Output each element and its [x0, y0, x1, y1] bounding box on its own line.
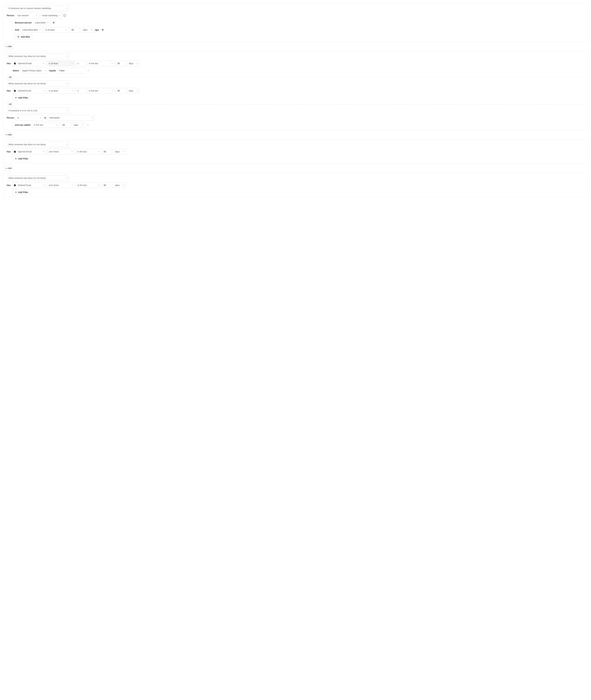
and-separator-button[interactable]: + AND [4, 166, 14, 171]
remove-icon[interactable]: ✕ [51, 21, 56, 24]
where-value-input[interactable]: False [58, 68, 85, 73]
svg-marker-1 [15, 97, 17, 99]
add-filter-button[interactable]: Add filter [15, 34, 32, 40]
or-button[interactable]: OR [7, 75, 14, 79]
channel-select[interactable]: email marketing [40, 13, 62, 18]
reason-text: subscribed [35, 21, 46, 24]
and-label: AND [7, 134, 12, 136]
unit-select[interactable]: days [127, 61, 140, 66]
and-connector [3, 49, 588, 51]
flag-icon [14, 184, 16, 186]
plus-icon: + [5, 167, 7, 170]
flag-icon [14, 90, 16, 92]
where-prop-select[interactable]: Apple Privacy Open [20, 68, 48, 73]
condition-type-text: If someone can or cannot receive marketi… [8, 7, 65, 9]
svg-marker-3 [15, 192, 17, 193]
unit-select[interactable]: days [127, 88, 140, 93]
range-text: in the last [77, 184, 96, 187]
is-select[interactable]: is [16, 115, 43, 121]
remove-icon[interactable]: ✕ [86, 124, 90, 126]
list-select[interactable]: Newsletter [48, 115, 95, 121]
operator-select[interactable]: is at least [44, 27, 69, 33]
count-op-select[interactable]: zero times [47, 149, 74, 154]
remove-icon[interactable]: ✕ [86, 69, 90, 72]
info-icon[interactable]: i [63, 14, 66, 17]
condition-type-select[interactable]: If someone can or cannot receive marketi… [7, 5, 69, 11]
unit-text: days [115, 150, 121, 153]
condition-type-select[interactable]: What someone has done (or not done) [7, 142, 69, 147]
count-op-select[interactable]: is at least [47, 88, 74, 93]
range-select[interactable]: in the last [76, 182, 101, 188]
or-label: OR [9, 103, 12, 106]
chevron-down-icon [39, 29, 41, 30]
range-select[interactable]: in the last [87, 88, 115, 93]
range-num-input[interactable]: 90 [116, 61, 126, 66]
equals-label: equals [49, 69, 56, 72]
chevron-down-icon [36, 15, 37, 16]
remove-icon[interactable]: ✕ [101, 28, 105, 31]
unit-select[interactable]: days [113, 182, 126, 188]
chevron-down-icon [137, 63, 138, 64]
number-input[interactable]: 60 [70, 27, 80, 33]
condition-type-select[interactable]: What someone has done (or not done) [7, 175, 69, 181]
condition-type-select[interactable]: What someone has done (or not done) [7, 53, 69, 59]
count-op-select[interactable]: is at least [47, 61, 74, 66]
add-filter-label: Add filter [21, 36, 30, 38]
condition-type-text: What someone has done (or not done) [8, 177, 65, 179]
range-text: in the last [89, 89, 110, 92]
condition-group-1: If someone can or cannot receive marketi… [3, 3, 588, 42]
metric-select[interactable]: Opened Email [12, 149, 46, 154]
condition-type-select[interactable]: If someone is in or not in a list [7, 108, 69, 113]
unit-text: days [74, 124, 80, 126]
add-filter-button[interactable]: Add Filter [13, 156, 30, 161]
metric-text: Clicked Email [18, 89, 42, 92]
unit-select[interactable]: days [81, 27, 94, 33]
add-filter-button[interactable]: Add Filter [13, 95, 30, 101]
count-op-text: zero times [49, 184, 70, 187]
chevron-down-icon [91, 29, 92, 30]
add-filter-button[interactable]: Add Filter [13, 190, 30, 195]
metric-select[interactable]: Opened Email [12, 61, 46, 66]
and-separator-button[interactable]: + AND [4, 132, 14, 137]
ago-label: ago [95, 28, 99, 31]
range-num-value: 60 [104, 150, 106, 153]
unit-select[interactable]: days [113, 149, 126, 154]
range-num-input[interactable]: 60 [102, 149, 112, 154]
range-select[interactable]: in the last [76, 149, 101, 154]
and-separator-button[interactable]: + AND [4, 44, 14, 49]
add-filter-label: Add Filter [18, 97, 28, 99]
chevron-down-icon [123, 185, 124, 186]
has-label: Has [7, 89, 11, 92]
metric-select[interactable]: Clicked Email [12, 182, 46, 188]
unit-select[interactable]: days [72, 122, 84, 128]
metric-select[interactable]: Clicked Email [12, 88, 46, 93]
range-num-input[interactable]: 60 [102, 182, 112, 188]
has-label: Has [7, 184, 11, 187]
or-button[interactable]: OR [7, 102, 14, 107]
can-receive-select[interactable]: can receive [16, 13, 39, 18]
chevron-down-icon [92, 117, 93, 118]
range-select[interactable]: in the last [32, 122, 59, 128]
count-op-select[interactable]: zero times [47, 182, 74, 188]
condition-type-text: If someone is in or not in a list [8, 109, 65, 112]
count-input[interactable]: 1 [76, 88, 86, 93]
metric-text: Opened Email [18, 150, 42, 153]
count-input[interactable]: 1 [76, 61, 86, 66]
where-label: where [13, 69, 19, 72]
chevron-down-icon [43, 151, 44, 152]
condition-type-select[interactable]: What someone has done (or not done) [7, 81, 69, 86]
range-select[interactable]: in the last [87, 61, 115, 66]
range-num-input[interactable]: 90 [116, 88, 126, 93]
svg-marker-2 [15, 158, 17, 160]
chevron-down-icon [59, 15, 60, 16]
chevron-down-icon [72, 63, 73, 64]
condition-type-text: What someone has done (or not done) [8, 55, 65, 58]
and-connector [3, 130, 588, 132]
range-num-input[interactable]: 90 [61, 122, 71, 128]
count-value: 1 [77, 62, 79, 65]
range-text: in the last [34, 124, 55, 126]
reason-select[interactable]: subscribed [33, 20, 50, 25]
property-select[interactable]: subscribed date [21, 27, 42, 33]
number-value: 60 [72, 28, 74, 31]
condition-type-text: What someone has done (or not done) [8, 143, 65, 146]
